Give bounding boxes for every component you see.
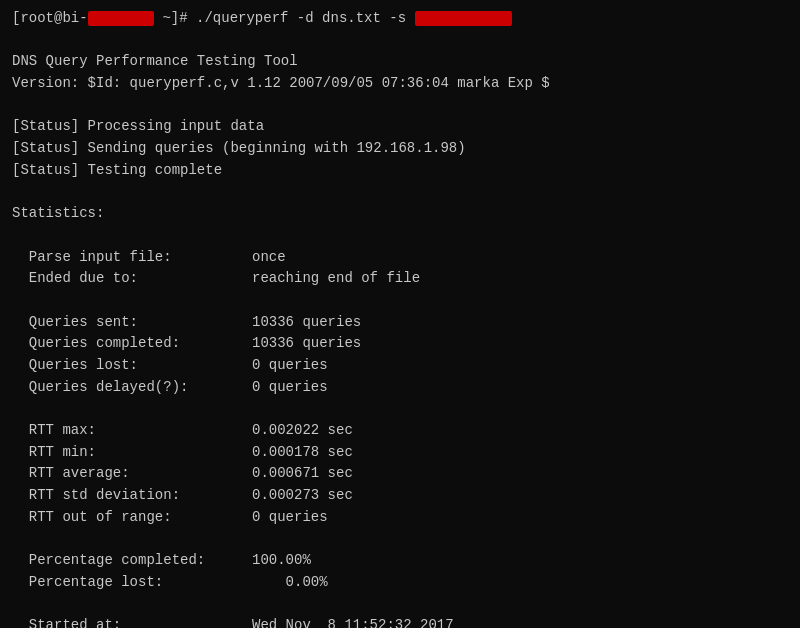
status-line-1: [Status] Processing input data xyxy=(12,116,788,138)
terminal-window: [root@bi-XXXXXXXX ~]# ./queryperf -d dns… xyxy=(0,0,800,628)
status-line-2: [Status] Sending queries (beginning with… xyxy=(12,138,788,160)
stat-value: 0.000671 sec xyxy=(252,463,353,485)
stat-value: Wed Nov 8 11:52:32 2017 xyxy=(252,615,454,628)
stat-value: once xyxy=(252,247,286,269)
blank-line xyxy=(12,182,788,204)
stat-parse-input: Parse input file: once xyxy=(12,247,788,269)
blank-line xyxy=(12,30,788,52)
stat-label: RTT std deviation: xyxy=(12,485,252,507)
stat-queries-lost: Queries lost: 0 queries xyxy=(12,355,788,377)
stat-rtt-average: RTT average: 0.000671 sec xyxy=(12,463,788,485)
stat-queries-completed: Queries completed: 10336 queries xyxy=(12,333,788,355)
stat-value: 0 queries xyxy=(252,355,328,377)
stat-rtt-std-dev: RTT std deviation: 0.000273 sec xyxy=(12,485,788,507)
stat-ended-due-to: Ended due to: reaching end of file xyxy=(12,268,788,290)
statistics-header: Statistics: xyxy=(12,203,788,225)
blank-line xyxy=(12,290,788,312)
stat-value: 0 queries xyxy=(252,507,328,529)
blank-line xyxy=(12,225,788,247)
stat-rtt-out-of-range: RTT out of range: 0 queries xyxy=(12,507,788,529)
stat-label: RTT min: xyxy=(12,442,252,464)
stat-rtt-min: RTT min: 0.000178 sec xyxy=(12,442,788,464)
stat-started-at: Started at: Wed Nov 8 11:52:32 2017 xyxy=(12,615,788,628)
blank-line xyxy=(12,529,788,551)
stat-pct-completed: Percentage completed: 100.00% xyxy=(12,550,788,572)
prompt-text: [root@bi- xyxy=(12,10,88,26)
stat-value: 0 queries xyxy=(252,377,328,399)
stat-value: 0.00% xyxy=(252,572,328,594)
version-line: Version: $Id: queryperf.c,v 1.12 2007/09… xyxy=(12,73,788,95)
stat-label: Ended due to: xyxy=(12,268,252,290)
stat-label: RTT max: xyxy=(12,420,252,442)
ip-redacted: 192.168.1.98 xyxy=(415,11,513,26)
tool-name-line: DNS Query Performance Testing Tool xyxy=(12,51,788,73)
blank-line xyxy=(12,95,788,117)
stat-label: Queries delayed(?): xyxy=(12,377,252,399)
stat-value: 0.002022 sec xyxy=(252,420,353,442)
stat-label: Queries lost: xyxy=(12,355,252,377)
stat-label: Percentage lost: xyxy=(12,572,252,594)
prompt-suffix: ~]# ./queryperf -d dns.txt -s xyxy=(154,10,414,26)
stat-label: Queries sent: xyxy=(12,312,252,334)
stat-queries-sent: Queries sent: 10336 queries xyxy=(12,312,788,334)
hostname-redacted: XXXXXXXX xyxy=(88,11,154,26)
stats-section: Parse input file: once Ended due to: rea… xyxy=(12,247,788,628)
blank-line xyxy=(12,398,788,420)
blank-line xyxy=(12,594,788,616)
stat-value: reaching end of file xyxy=(252,268,420,290)
stat-label: Started at: xyxy=(12,615,252,628)
stat-label: Percentage completed: xyxy=(12,550,252,572)
stat-label: RTT out of range: xyxy=(12,507,252,529)
stat-label: RTT average: xyxy=(12,463,252,485)
stat-rtt-max: RTT max: 0.002022 sec xyxy=(12,420,788,442)
prompt-line: [root@bi-XXXXXXXX ~]# ./queryperf -d dns… xyxy=(12,8,788,30)
stat-label: Queries completed: xyxy=(12,333,252,355)
stat-label: Parse input file: xyxy=(12,247,252,269)
status-line-3: [Status] Testing complete xyxy=(12,160,788,182)
stat-pct-lost: Percentage lost: 0.00% xyxy=(12,572,788,594)
stat-queries-delayed: Queries delayed(?): 0 queries xyxy=(12,377,788,399)
stat-value: 10336 queries xyxy=(252,312,361,334)
stat-value: 10336 queries xyxy=(252,333,361,355)
stat-value: 100.00% xyxy=(252,550,311,572)
stat-value: 0.000178 sec xyxy=(252,442,353,464)
stat-value: 0.000273 sec xyxy=(252,485,353,507)
